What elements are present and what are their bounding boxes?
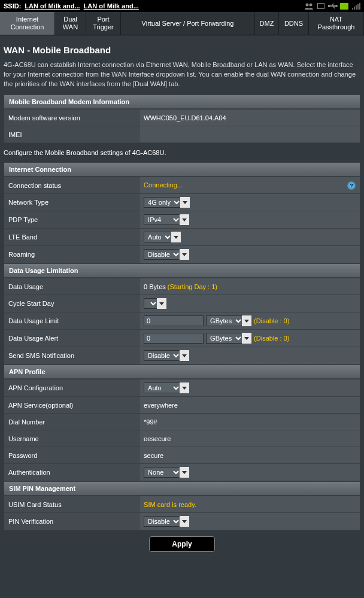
dropdown-arrow-icon xyxy=(180,249,189,260)
data-usage-alert-input[interactable] xyxy=(144,333,204,344)
pdp-type-select[interactable]: IPv4 xyxy=(144,214,189,225)
configure-description: Configure the Mobile Broadband settings … xyxy=(4,143,360,162)
apply-button[interactable]: Apply xyxy=(149,536,215,552)
network-type-label: Network Type xyxy=(4,194,139,211)
section-sim-pin: SIM PIN Management xyxy=(4,481,360,496)
lte-band-label: LTE Band xyxy=(4,229,139,246)
data-usage-limit-extra: (Disable : 0) xyxy=(254,317,289,324)
dropdown-arrow-icon xyxy=(180,383,189,393)
pdp-type-label: PDP Type xyxy=(4,211,139,229)
status-icon-1[interactable] xyxy=(317,3,324,9)
dropdown-arrow-icon xyxy=(180,197,190,208)
tab-dmz[interactable]: DMZ xyxy=(255,12,279,35)
password-label: Password xyxy=(4,447,139,464)
imei-label: IMEI xyxy=(4,126,139,143)
data-usage-alert-label: Data Usage Alert xyxy=(4,330,139,347)
username-value: eesecure xyxy=(139,430,360,447)
authentication-select[interactable]: None xyxy=(144,467,189,478)
imei-value xyxy=(139,126,360,143)
tab-internet-connection[interactable]: Internet Connection xyxy=(0,12,55,35)
dropdown-arrow-icon xyxy=(180,350,189,361)
status-led-icon[interactable] xyxy=(340,3,348,10)
tab-virtual-server[interactable]: Virtual Server / Port Forwarding xyxy=(121,12,255,35)
svg-rect-2 xyxy=(328,5,330,7)
roaming-label: Roaming xyxy=(4,246,139,263)
modem-sw-version-label: Modem software version xyxy=(4,110,139,126)
data-usage-extra: (Starting Day : 1) xyxy=(168,283,217,290)
ssid-label: SSID: xyxy=(4,2,21,10)
data-usage-limit-label: Data Usage Limit xyxy=(4,312,139,330)
section-data-usage: Data Usage Limitation xyxy=(4,263,360,278)
dropdown-arrow-icon xyxy=(171,232,181,242)
password-value: secure xyxy=(139,447,360,464)
apn-config-select[interactable]: Auto xyxy=(144,383,189,393)
pin-verification-label: PIN Verification xyxy=(4,513,139,530)
dropdown-arrow-icon xyxy=(180,214,189,225)
network-type-select[interactable]: 4G only xyxy=(144,197,190,208)
sms-notification-label: Send SMS Notification xyxy=(4,347,139,365)
section-apn-profile: APN Profile xyxy=(4,365,360,379)
conn-status-label: Connection status xyxy=(4,177,139,194)
ssid-link-2[interactable]: LAN of Milk and... xyxy=(84,2,139,10)
usim-status-value: SIM card is ready. xyxy=(144,501,196,508)
conn-status-value: Connecting... xyxy=(144,181,183,189)
tab-dual-wan[interactable]: Dual WAN xyxy=(55,12,86,35)
data-usage-limit-unit-select[interactable]: GBytes xyxy=(206,315,251,326)
page-title: WAN - Mobile Broadband xyxy=(4,35,360,60)
dropdown-arrow-icon xyxy=(157,298,166,309)
data-usage-label: Data Usage xyxy=(4,278,139,295)
section-modem-info: Mobile Broadband Modem Information xyxy=(4,95,360,109)
data-usage-value: 0 Bytes xyxy=(144,283,166,290)
ssid-link-1[interactable]: LAN of Milk and... xyxy=(25,2,80,10)
clients-icon[interactable] xyxy=(304,2,314,10)
apn-config-label: APN Configuration xyxy=(4,380,139,397)
data-usage-alert-extra: (Disable : 0) xyxy=(254,335,289,342)
svg-point-4 xyxy=(335,5,338,7)
pin-verification-select[interactable]: Disable xyxy=(144,516,189,527)
data-usage-alert-unit-select[interactable]: GBytes xyxy=(206,333,251,344)
dial-number-value: *99# xyxy=(139,414,360,430)
tab-nat-passthrough[interactable]: NAT Passthrough xyxy=(309,12,364,35)
apn-service-value: everywhere xyxy=(139,397,360,414)
cycle-start-select[interactable]: 1 xyxy=(144,298,166,309)
tab-port-trigger[interactable]: Port Trigger xyxy=(86,12,121,35)
svg-point-1 xyxy=(310,4,313,7)
dropdown-arrow-icon xyxy=(180,467,189,478)
sms-notification-select[interactable]: Disable xyxy=(144,350,189,361)
data-usage-limit-input[interactable] xyxy=(144,315,204,326)
dropdown-arrow-icon xyxy=(180,516,189,527)
cycle-start-label: Cycle Start Day xyxy=(4,295,139,312)
usb-icon[interactable] xyxy=(328,2,336,10)
apn-service-label: APN Service(optional) xyxy=(4,397,139,414)
authentication-label: Authentication xyxy=(4,464,139,481)
dropdown-arrow-icon xyxy=(242,333,251,344)
lte-band-select[interactable]: Auto xyxy=(144,232,181,242)
svg-point-0 xyxy=(306,4,309,7)
tab-bar: Internet Connection Dual WAN Port Trigge… xyxy=(0,12,364,35)
username-label: Username xyxy=(4,430,139,447)
usim-status-label: USIM Card Status xyxy=(4,496,139,513)
roaming-select[interactable]: Disable xyxy=(144,249,189,260)
page-description: 4G-AC68U can establish Internet connecti… xyxy=(4,60,360,89)
conn-status-help-icon[interactable]: ? xyxy=(347,181,356,190)
signal-bars-icon xyxy=(352,2,360,10)
section-internet-connection: Internet Connection xyxy=(4,162,360,177)
dial-number-label: Dial Number xyxy=(4,414,139,430)
tab-ddns[interactable]: DDNS xyxy=(279,12,309,35)
dropdown-arrow-icon xyxy=(242,315,251,326)
modem-sw-version-value: WWHC050_EU.D61.04.A04 xyxy=(139,110,360,126)
top-bar: SSID: LAN of Milk and... LAN of Milk and… xyxy=(0,0,364,12)
